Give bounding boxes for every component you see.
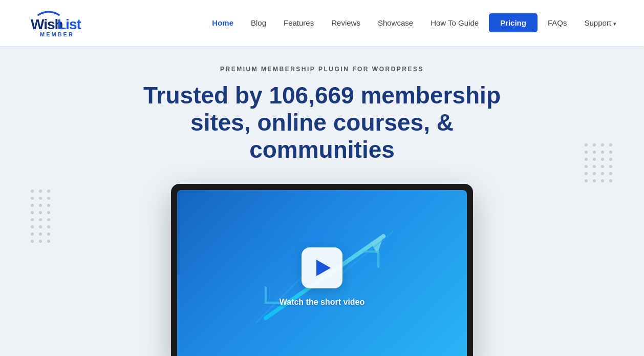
hero-subtitle: PREMIUM MEMBERSHIP PLUGIN FOR WORDPRESS	[220, 66, 424, 73]
video-play-area[interactable]: Watch the short video	[280, 247, 365, 307]
nav-link-how-to-guide[interactable]: How To Guide	[423, 14, 486, 31]
nav-link-showcase[interactable]: Showcase	[371, 14, 420, 31]
logo[interactable]: Wish List MEMBER	[20, 8, 102, 38]
nav-item-faqs[interactable]: FAQs	[541, 18, 574, 28]
laptop-mockup: Watch the short video	[171, 184, 473, 356]
svg-text:MEMBER: MEMBER	[40, 31, 74, 37]
nav-item-home[interactable]: Home	[205, 18, 241, 28]
nav-link-home[interactable]: Home	[205, 14, 241, 31]
chevron-down-icon: ▾	[613, 20, 616, 27]
nav-item-showcase[interactable]: Showcase	[371, 18, 420, 28]
nav-link-features[interactable]: Features	[276, 14, 321, 31]
nav-item-how-to-guide[interactable]: How To Guide	[423, 18, 486, 28]
laptop-screen-inner: Watch the short video	[177, 190, 467, 356]
main-nav: Wish List MEMBER Home Blog Features Revi…	[0, 0, 644, 46]
dot-grid-right	[585, 143, 613, 182]
dot-grid-left	[31, 190, 51, 243]
laptop-screen-outer: Watch the short video	[171, 184, 473, 356]
play-button[interactable]	[302, 247, 342, 288]
hero-title: Trusted by 106,669 membership sites, onl…	[122, 82, 522, 163]
svg-text:List: List	[57, 16, 81, 32]
nav-item-features[interactable]: Features	[276, 18, 321, 28]
nav-item-reviews[interactable]: Reviews	[324, 18, 368, 28]
nav-item-blog[interactable]: Blog	[244, 18, 273, 28]
nav-item-pricing[interactable]: Pricing	[489, 18, 538, 28]
nav-link-reviews[interactable]: Reviews	[324, 14, 368, 31]
nav-link-blog[interactable]: Blog	[244, 14, 273, 31]
nav-link-faqs[interactable]: FAQs	[541, 14, 574, 31]
play-icon	[316, 260, 331, 276]
watch-video-label: Watch the short video	[280, 298, 365, 307]
nav-item-support[interactable]: Support▾	[577, 18, 624, 28]
nav-link-pricing[interactable]: Pricing	[489, 13, 538, 32]
hero-section: PREMIUM MEMBERSHIP PLUGIN FOR WORDPRESS …	[0, 46, 644, 356]
nav-link-support[interactable]: Support▾	[577, 14, 624, 31]
nav-links: Home Blog Features Reviews Showcase How …	[205, 18, 624, 28]
